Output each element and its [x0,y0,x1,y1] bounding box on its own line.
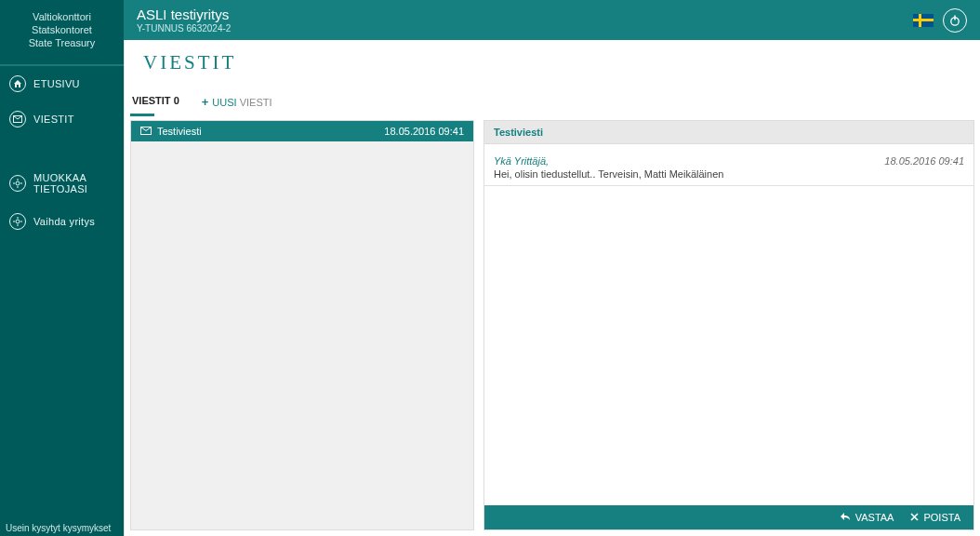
tab-count: 0 [174,95,179,106]
nav-item-edit-info[interactable]: MUOKKAA TIETOJASI [0,163,124,204]
close-icon [910,512,919,523]
logo-line-1: Valtiokonttori [9,11,114,24]
nav-item-change-company[interactable]: Vaihda yritys [0,204,124,239]
nav-item-label: MUOKKAA TIETOJASI [33,172,114,194]
sidebar-footer-faq[interactable]: Usein kysytyt kysymykset [6,523,111,533]
message-body: Ykä Yrittäjä, 18.05.2016 09:41 Hei, olis… [484,144,973,505]
nav-item-label: VIESTIT [33,114,74,125]
nav-item-messages[interactable]: VIESTIT [0,101,124,137]
message-sender: Ykä Yrittäjä, [494,155,549,167]
message-detail-pane: Testiviesti Ykä Yrittäjä, 18.05.2016 09:… [483,120,974,530]
reply-label: VASTAA [855,512,894,523]
topbar: ASLI testiyritys Y-TUNNUS 6632024-2 [124,0,980,40]
envelope-icon [140,126,152,137]
gear-icon [9,213,26,230]
tab-new-prefix: UUSI [212,97,236,108]
svg-point-1 [16,181,20,185]
page-title: VIESTIT [143,51,980,74]
message-datetime: 18.05.2016 09:41 [384,126,464,137]
page-title-area: VIESTIT [125,40,980,82]
message-detail-subject: Testiviesti [484,121,973,144]
company-name: ASLI testiyritys [137,7,913,22]
delete-label: POISTA [923,512,960,523]
home-icon [9,75,26,92]
message-list-item[interactable]: Testiviesti 18.05.2016 09:41 [131,121,473,141]
logout-button[interactable] [943,8,967,33]
tab-new-message[interactable]: +UUSI VIESTI [200,91,274,114]
company-id: Y-TUNNUS 6632024-2 [137,23,913,34]
message-actions: VASTAA POISTA [484,505,973,529]
power-icon [948,14,961,27]
tab-label-prefix: VIESTIT [132,95,171,106]
tabs: VIESTIT 0 +UUSI VIESTI [125,82,980,114]
message-meta: Ykä Yrittäjä, 18.05.2016 09:41 Hei, olis… [484,144,973,186]
nav-item-home[interactable]: ETUSIVU [0,66,124,101]
plus-icon: + [202,95,209,109]
topbar-right [913,8,967,33]
message-subject: Testiviesti [157,126,202,137]
reply-button[interactable]: VASTAA [840,512,894,523]
logo: Valtiokonttori Statskontoret State Treas… [0,0,124,60]
gear-icon [9,175,26,192]
message-text: Hei, olisin tiedustellut.. Terveisin, Ma… [494,168,964,180]
message-list-pane: Testiviesti 18.05.2016 09:41 [130,120,474,530]
delete-button[interactable]: POISTA [910,512,960,523]
language-flag-icon[interactable] [913,14,934,27]
reply-icon [840,512,851,523]
nav-item-label: ETUSIVU [33,78,80,89]
nav: ETUSIVU VIESTIT MUOKKAA TIETOJASI Vaihda… [0,66,124,239]
content: VIESTIT VIESTIT 0 +UUSI VIESTI [124,40,980,536]
tab-new-suffix: VIESTI [240,97,272,108]
topbar-left: ASLI testiyritys Y-TUNNUS 6632024-2 [137,7,913,34]
logo-line-2: Statskontoret [9,24,114,37]
logo-line-3: State Treasury [9,37,114,50]
tab-messages-list[interactable]: VIESTIT 0 [130,91,181,114]
message-detail-datetime: 18.05.2016 09:41 [884,155,964,167]
sidebar: Valtiokonttori Statskontoret State Treas… [0,0,124,536]
nav-spacer [0,137,124,163]
nav-item-label: Vaihda yritys [33,216,95,227]
two-pane: Testiviesti 18.05.2016 09:41 Testiviesti… [125,114,980,536]
svg-point-6 [16,220,20,223]
mail-icon [9,111,26,127]
main: ASLI testiyritys Y-TUNNUS 6632024-2 VIES… [124,0,980,536]
